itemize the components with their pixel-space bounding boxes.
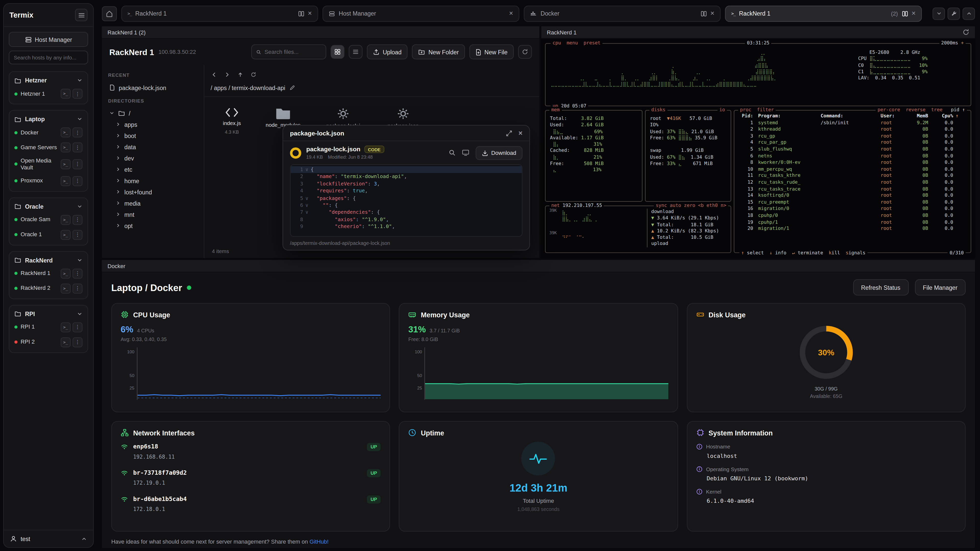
host-item[interactable]: RackNerd 2 >_ ⋮ bbox=[12, 281, 85, 296]
home-button[interactable] bbox=[102, 6, 117, 21]
tree-directory[interactable]: home bbox=[108, 175, 197, 186]
collapse-button[interactable] bbox=[963, 7, 975, 20]
split-icon[interactable] bbox=[700, 10, 706, 16]
host-connect-button[interactable]: >_ bbox=[61, 159, 71, 169]
tree-directory[interactable]: etc bbox=[108, 164, 197, 175]
host-menu-button[interactable]: ⋮ bbox=[73, 268, 83, 278]
host-connect-button[interactable]: >_ bbox=[61, 214, 71, 224]
host-connect-button[interactable]: >_ bbox=[61, 89, 71, 99]
host-item[interactable]: Open Media Vault >_ ⋮ bbox=[12, 155, 85, 173]
close-icon[interactable]: × bbox=[509, 10, 513, 17]
chevron-down-icon[interactable] bbox=[77, 116, 83, 122]
fold-icon[interactable] bbox=[303, 173, 310, 180]
tab-racknerd1-terminal[interactable]: >_ RackNerd 1 × bbox=[121, 5, 318, 22]
terminal-panel-titlebar[interactable]: RackNerd 1 bbox=[541, 26, 975, 39]
fold-icon[interactable] bbox=[303, 223, 310, 230]
nav-forward-button[interactable] bbox=[221, 68, 232, 80]
fold-icon[interactable]: ∨ bbox=[303, 166, 310, 173]
host-connect-button[interactable]: >_ bbox=[61, 127, 71, 138]
tree-directory[interactable]: boot bbox=[108, 130, 197, 141]
new-folder-button[interactable]: New Folder bbox=[412, 44, 465, 59]
fold-icon[interactable] bbox=[303, 216, 310, 223]
tab-host-manager[interactable]: Host Manager × bbox=[323, 5, 519, 22]
tools-button[interactable] bbox=[948, 7, 960, 20]
nav-refresh-button[interactable] bbox=[248, 68, 259, 80]
github-link[interactable]: GitHub! bbox=[310, 538, 329, 545]
file-tile[interactable]: index.js 4.3 KB bbox=[215, 107, 249, 135]
process-row[interactable]: 5 slub_flushwq root 0B 0.0 bbox=[735, 146, 971, 153]
tree-directory[interactable]: media bbox=[108, 197, 197, 209]
tree-directory[interactable]: mnt bbox=[108, 209, 197, 220]
process-row[interactable]: 1 systemd /sbin/init root 9.2M 0.0 bbox=[735, 120, 971, 126]
fold-icon[interactable] bbox=[303, 187, 310, 195]
chevron-up-icon[interactable] bbox=[81, 536, 87, 541]
list-view-button[interactable] bbox=[349, 45, 363, 59]
host-menu-button[interactable]: ⋮ bbox=[73, 214, 83, 224]
close-icon[interactable]: × bbox=[710, 10, 714, 17]
process-row[interactable]: 18 cpuhp/0 root 0B 0.0 bbox=[735, 212, 971, 219]
process-row[interactable]: 16 migration/0 root 0B 0.0 bbox=[735, 206, 971, 212]
host-item[interactable]: RPI 2 >_ ⋮ bbox=[12, 335, 85, 350]
host-item[interactable]: RPI 1 >_ ⋮ bbox=[12, 320, 85, 335]
tab-racknerd1-files[interactable]: >_ RackNerd 1 (2) × bbox=[725, 5, 922, 22]
recent-item[interactable]: package-lock.json bbox=[108, 82, 197, 93]
expand-icon[interactable] bbox=[505, 130, 512, 137]
host-connect-button[interactable]: >_ bbox=[61, 230, 71, 240]
host-connect-button[interactable]: >_ bbox=[61, 142, 71, 152]
process-row[interactable]: 19 cpuhp/1 root 0B 0.0 bbox=[735, 219, 971, 225]
split-icon[interactable] bbox=[298, 10, 304, 16]
host-connect-button[interactable]: >_ bbox=[61, 283, 71, 293]
terminal-view[interactable]: cpu menu preset 03:31:25 2000ms + ⢀⡀ bbox=[541, 39, 975, 258]
tree-directory[interactable]: lost+found bbox=[108, 186, 197, 197]
host-item[interactable]: RackNerd 1 >_ ⋮ bbox=[12, 266, 85, 281]
fold-icon[interactable] bbox=[303, 180, 310, 187]
host-item[interactable]: Docker >_ ⋮ bbox=[12, 125, 85, 140]
docker-panel-titlebar[interactable]: Docker bbox=[102, 260, 975, 272]
refresh-status-button[interactable]: Refresh Status bbox=[853, 279, 908, 295]
tree-directory[interactable]: apps bbox=[108, 119, 197, 130]
host-search-input[interactable] bbox=[14, 54, 83, 60]
host-menu-button[interactable]: ⋮ bbox=[73, 322, 83, 332]
chevron-down-icon[interactable] bbox=[77, 78, 83, 83]
chevron-down-icon[interactable] bbox=[77, 257, 83, 263]
tree-directory[interactable]: opt bbox=[108, 220, 197, 231]
process-row[interactable]: 14 ksoftirqd/0 root 0B 0.0 bbox=[735, 192, 971, 199]
host-group-header[interactable]: RPI bbox=[12, 308, 85, 320]
host-menu-button[interactable]: ⋮ bbox=[73, 142, 83, 152]
tree-root[interactable]: / bbox=[108, 107, 197, 119]
process-row[interactable]: 3 rcu_gp root 0B 0.0 bbox=[735, 133, 971, 140]
file-panel-titlebar[interactable]: RackNerd 1 (2) bbox=[102, 26, 539, 39]
new-file-button[interactable]: New File bbox=[469, 44, 514, 59]
file-search-input[interactable] bbox=[265, 49, 321, 55]
host-manager-button[interactable]: Host Manager bbox=[9, 32, 88, 47]
host-group-header[interactable]: Laptop bbox=[12, 113, 85, 125]
sidebar-footer[interactable]: test bbox=[4, 530, 93, 548]
host-menu-button[interactable]: ⋮ bbox=[73, 176, 83, 186]
refresh-files-button[interactable] bbox=[518, 45, 532, 59]
host-connect-button[interactable]: >_ bbox=[61, 176, 71, 186]
close-icon[interactable]: × bbox=[519, 130, 523, 137]
process-row[interactable]: 8 kworker/0:0H-ev root 0B 0.0 bbox=[735, 159, 971, 166]
chevron-down-icon[interactable] bbox=[77, 311, 83, 317]
nav-back-button[interactable] bbox=[208, 68, 220, 80]
host-connect-button[interactable]: >_ bbox=[61, 322, 71, 332]
host-menu-button[interactable]: ⋮ bbox=[73, 127, 83, 138]
file-manager-button[interactable]: File Manager bbox=[915, 279, 966, 295]
process-row[interactable]: 12 rcu_tasks_rude_ root 0B 0.0 bbox=[735, 179, 971, 186]
fold-icon[interactable]: ∨ bbox=[303, 202, 310, 209]
process-row[interactable]: 13 rcu_tasks_trace root 0B 0.0 bbox=[735, 186, 971, 192]
host-connect-button[interactable]: >_ bbox=[61, 268, 71, 278]
tree-directory[interactable]: dev bbox=[108, 152, 197, 164]
process-row[interactable]: 11 rcu_tasks_kthre root 0B 0.0 bbox=[735, 173, 971, 179]
panel-refresh-icon[interactable] bbox=[963, 29, 969, 36]
search-icon[interactable] bbox=[449, 149, 455, 156]
host-item[interactable]: Oracle 1 >_ ⋮ bbox=[12, 227, 85, 242]
host-item[interactable]: Oracle Sam >_ ⋮ bbox=[12, 212, 85, 227]
sidebar-menu-button[interactable] bbox=[75, 9, 88, 21]
split-icon[interactable] bbox=[902, 10, 908, 16]
host-menu-button[interactable]: ⋮ bbox=[73, 230, 83, 240]
host-menu-button[interactable]: ⋮ bbox=[73, 337, 83, 347]
tree-directory[interactable]: data bbox=[108, 141, 197, 152]
process-row[interactable]: 20 migration/1 root 0B 0.0 bbox=[735, 225, 971, 232]
edit-path-icon[interactable] bbox=[290, 85, 295, 91]
